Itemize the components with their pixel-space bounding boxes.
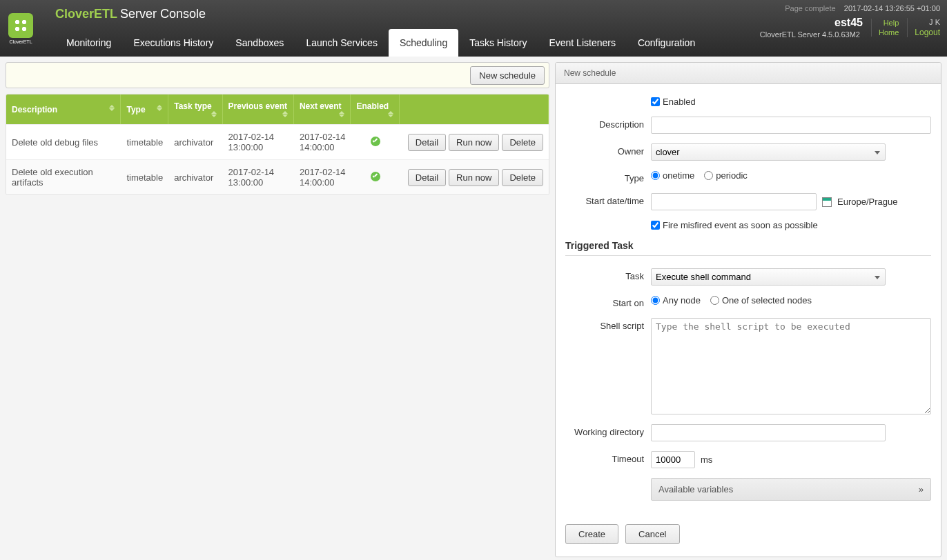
start-on-selected-label: One of selected nodes (722, 295, 812, 306)
type-label: Type (565, 170, 651, 183)
username: J K (929, 18, 940, 26)
sort-icon (282, 111, 288, 117)
page-complete-row: Page complete 2017-02-14 13:26:55 +01:00 (760, 4, 940, 12)
enabled-label: Enabled (663, 97, 696, 107)
table-row: Delete old debug filestimetablearchivato… (6, 124, 549, 159)
table-row: Delete old execution artifactstimetablea… (6, 159, 549, 194)
logo-icon (8, 13, 33, 38)
page-complete-label: Page complete (785, 4, 835, 12)
panel-title: New schedule (556, 63, 941, 84)
app-title-rest: Server Console (120, 7, 206, 21)
shell-script-label: Shell script (565, 318, 651, 331)
start-on-label: Start on (565, 295, 651, 308)
left-pane: New schedule DescriptionTypeTask typePre… (6, 62, 549, 557)
col-enabled[interactable]: Enabled (351, 94, 399, 124)
help-link[interactable]: Help (879, 19, 899, 27)
available-variables-label: Available variables (658, 484, 733, 494)
cell: 2017-02-1413:00:00 (223, 124, 294, 159)
detail-button[interactable]: Detail (408, 169, 446, 186)
col-type[interactable]: Type (121, 94, 168, 124)
nav-tab-sandboxes[interactable]: Sandboxes (224, 29, 295, 57)
enabled-cell (351, 159, 399, 194)
timeout-input[interactable] (651, 451, 695, 468)
cell: timetable (121, 159, 168, 194)
content: New schedule DescriptionTypeTask typePre… (0, 57, 947, 560)
cell: Delete old debug files (6, 124, 121, 159)
chevron-right-icon: » (919, 484, 924, 494)
fire-misfired-checkbox[interactable] (651, 221, 660, 230)
type-onetime-radio[interactable] (651, 171, 660, 180)
create-button[interactable]: Create (565, 524, 618, 544)
user-row: est45 CloverETL Server 4.5.0.63M2 Help H… (760, 17, 940, 39)
type-onetime-label: onetime (663, 170, 694, 181)
help-links: Help Home (871, 19, 899, 37)
nav-tab-configuration[interactable]: Configuration (627, 29, 706, 57)
delete-button[interactable]: Delete (502, 169, 543, 186)
triggered-task-heading: Triggered Task (565, 240, 931, 251)
app-header: CloverETL CloverETL Server Console Monit… (0, 0, 947, 57)
col-task-type[interactable]: Task type (168, 94, 222, 124)
description-input[interactable] (651, 117, 931, 134)
nav-tab-launch-services[interactable]: Launch Services (295, 29, 389, 57)
home-link[interactable]: Home (879, 28, 899, 37)
detail-button[interactable]: Detail (408, 134, 446, 151)
sort-icon (157, 105, 162, 111)
description-label: Description (565, 117, 651, 130)
logout-link[interactable]: Logout (915, 28, 940, 37)
calendar-icon[interactable] (822, 197, 832, 207)
server-version: CloverETL Server 4.5.0.63M2 (760, 30, 860, 39)
enabled-checkbox[interactable] (651, 97, 660, 106)
form-actions: Create Cancel (556, 517, 941, 557)
owner-select[interactable]: clover (651, 143, 886, 161)
nav-tab-tasks-history[interactable]: Tasks History (458, 29, 538, 57)
start-on-any-radio[interactable] (651, 296, 660, 305)
start-on-selected-radio[interactable] (710, 296, 719, 305)
cell: Delete old execution artifacts (6, 159, 121, 194)
cell: 2017-02-1414:00:00 (294, 124, 351, 159)
type-periodic-label: periodic (716, 170, 748, 181)
col-actions (400, 94, 549, 124)
cell: timetable (121, 124, 168, 159)
cell: 2017-02-1414:00:00 (294, 159, 351, 194)
new-schedule-button[interactable]: New schedule (470, 66, 545, 85)
owner-label: Owner (565, 143, 651, 157)
nav-tab-executions-history[interactable]: Executions History (122, 29, 224, 57)
nav-tab-monitoring[interactable]: Monitoring (55, 29, 122, 57)
run-now-button[interactable]: Run now (449, 134, 499, 151)
task-select[interactable]: Execute shell command (651, 268, 886, 286)
cell: archivator (168, 124, 222, 159)
working-dir-input[interactable] (651, 424, 886, 441)
est-label: est45 (834, 17, 863, 29)
sort-icon (109, 105, 115, 111)
delete-button[interactable]: Delete (502, 134, 543, 151)
type-periodic-radio[interactable] (704, 171, 713, 180)
start-date-input[interactable] (651, 193, 817, 210)
timeout-label: Timeout (565, 451, 651, 464)
enabled-cell (351, 124, 399, 159)
nav-tab-scheduling[interactable]: Scheduling (389, 29, 458, 57)
cancel-button[interactable]: Cancel (625, 524, 679, 544)
available-variables-toggle[interactable]: Available variables » (651, 478, 931, 501)
check-icon (371, 137, 380, 146)
actions-cell: DetailRun nowDelete (400, 159, 549, 194)
run-now-button[interactable]: Run now (449, 169, 499, 186)
col-description[interactable]: Description (6, 94, 121, 124)
col-previous-event[interactable]: Previous event (223, 94, 294, 124)
shell-script-textarea[interactable] (651, 318, 931, 414)
sort-icon (339, 111, 344, 117)
nav-tab-event-listeners[interactable]: Event Listeners (538, 29, 627, 57)
sort-icon (388, 111, 393, 117)
start-label: Start date/time (565, 193, 651, 206)
schedule-table: DescriptionTypeTask typePrevious eventNe… (6, 94, 549, 195)
cell: 2017-02-1413:00:00 (223, 159, 294, 194)
app-title-brand: CloverETL (55, 7, 117, 21)
cell: archivator (168, 159, 222, 194)
toolbar: New schedule (6, 62, 549, 88)
logo-area: CloverETL (0, 0, 41, 57)
actions-cell: DetailRun nowDelete (400, 124, 549, 159)
task-label: Task (565, 268, 651, 281)
col-next-event[interactable]: Next event (294, 94, 351, 124)
timezone-label: Europe/Prague (837, 197, 897, 207)
fire-misfired-label: Fire misfired event as soon as possible (663, 220, 818, 230)
detail-panel: New schedule Enabled Description Owner (555, 62, 941, 557)
